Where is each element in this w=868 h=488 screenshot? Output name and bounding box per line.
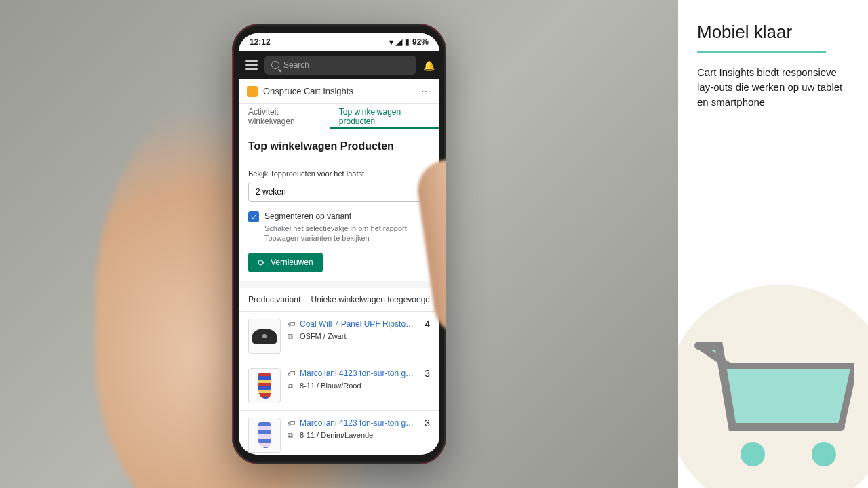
search-icon [271,61,279,69]
table-header: Productvariant Unieke winkelwagen toegev… [239,288,439,312]
status-indicators: ▾ ◢ ▮ 92% [389,37,429,47]
select-value: 2 weken [256,187,286,197]
phone-frame: 12:12 ▾ ◢ ▮ 92% Search 🔔 Onspruce Cart [232,24,446,464]
tag-icon: 🏷 [288,320,296,328]
top-bar: Search 🔔 [239,51,439,79]
tab-activity[interactable]: Activiteit winkelwagen [239,104,330,129]
segment-label: Segmenteren op variant [264,211,430,221]
status-bar: 12:12 ▾ ◢ ▮ 92% [239,33,439,51]
cart-illustration [678,285,868,488]
segment-checkbox-row[interactable]: ✓ Segmenteren op variant Schakel het sel… [248,211,430,243]
tag-icon: 🏷 [288,369,296,378]
cart-count: 4 [425,319,430,329]
refresh-button[interactable]: ⟳ Vernieuwen [248,253,323,272]
filter-label: Bekijk Topproducten voor het laatst [248,169,430,178]
app-title: Onspruce Cart Insights [263,86,416,96]
copy-icon: ⧉ [288,382,296,390]
copy-icon: ⧉ [288,431,296,439]
tag-icon: 🏷 [288,419,296,427]
app-header: Onspruce Cart Insights ⋯ [239,79,439,104]
wifi-icon: ▾ [389,37,393,47]
col-unique-carts: Unieke winkelwagen toegevoegd [311,295,430,304]
segment-checkbox[interactable]: ✓ [248,211,259,222]
svg-point-0 [741,442,765,466]
filter-controls: Bekijk Topproducten voor het laatst 2 we… [239,161,439,281]
cart-count: 3 [425,418,430,428]
app-logo-icon [247,86,258,97]
product-thumbnail [248,418,281,453]
search-input[interactable]: Search [264,56,416,75]
tab-top-products[interactable]: Top winkelwagen producten [330,104,439,129]
variant-text: 8-11 / Blauw/Rood [300,382,361,390]
product-thumbnail [248,319,281,354]
svg-point-1 [812,442,836,466]
refresh-label: Vernieuwen [271,258,313,267]
promo-panel: Mobiel klaar Cart Insights biedt respons… [678,0,868,488]
variant-text: OSFM / Zwart [300,332,346,340]
product-name-link[interactable]: Coal Will 7 Panel UPF Ripstop Snapp… [300,319,418,329]
variant-text: 8-11 / Denim/Lavendel [300,431,375,439]
menu-icon[interactable] [245,60,258,70]
battery-icon: ▮ [405,37,410,47]
more-icon[interactable]: ⋯ [421,86,431,97]
notification-icon[interactable]: 🔔 [423,60,433,70]
divider [239,281,439,288]
promo-title: Mobiel klaar [697,22,849,43]
page-title: Top winkelwagen Producten [239,129,439,161]
copy-icon: ⧉ [288,332,296,340]
cart-icon [692,332,854,481]
table-row[interactable]: 🏷 Coal Will 7 Panel UPF Ripstop Snapp… 4… [239,312,439,361]
battery-percent: 92% [412,37,429,47]
status-time: 12:12 [250,37,271,47]
search-placeholder: Search [283,60,309,70]
product-thumbnail [248,368,281,403]
product-name-link[interactable]: Marcoliani 4123 ton-sur-ton gestree… [300,369,418,378]
photo-background: 12:12 ▾ ◢ ▮ 92% Search 🔔 Onspruce Cart [0,0,678,488]
cart-count: 3 [425,368,430,379]
product-name-link[interactable]: Marcoliani 4123 ton-sur-ton gestree… [300,418,418,428]
table-row[interactable]: 🏷 Marcoliani 4123 ton-sur-ton gestree… 3… [239,361,439,411]
period-select[interactable]: 2 weken ▴▾ [248,182,430,202]
promo-body: Cart Insights biedt responsieve lay-outs… [697,65,849,109]
col-product-variant: Productvariant [248,295,300,304]
tabs: Activiteit winkelwagen Top winkelwagen p… [239,104,439,129]
table-row[interactable]: 🏷 Marcoliani 4123 ton-sur-ton gestree… 3… [239,411,439,455]
title-underline [697,51,826,53]
phone-screen: 12:12 ▾ ◢ ▮ 92% Search 🔔 Onspruce Cart [239,33,439,455]
refresh-icon: ⟳ [258,258,265,268]
signal-icon: ◢ [396,37,402,47]
segment-sublabel: Schakel het selectievakje in om het rapp… [264,224,430,243]
